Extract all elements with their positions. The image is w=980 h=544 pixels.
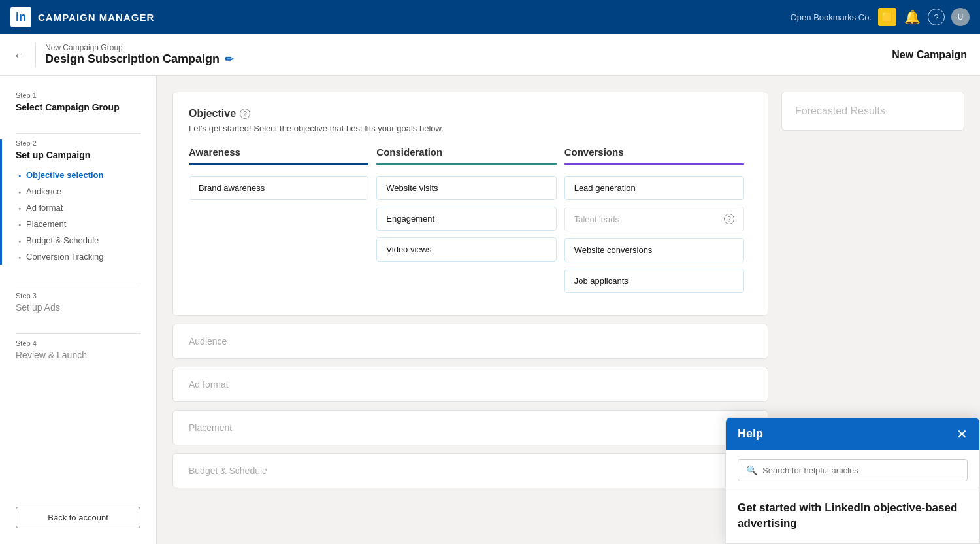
help-article-title: Get started with LinkedIn objective-base…	[738, 500, 968, 532]
consideration-header: Consideration	[376, 146, 556, 158]
sidebar-item-placement[interactable]: Placement	[18, 216, 140, 232]
help-title: Help	[738, 427, 763, 441]
website-visits-option[interactable]: Website visits	[376, 176, 556, 200]
forecasted-card: Forecasted Results	[781, 92, 964, 131]
lead-generation-option[interactable]: Lead generation	[564, 176, 744, 200]
notifications-icon[interactable]: 🔔	[903, 9, 921, 25]
consideration-column: Consideration Website visits Engagement …	[376, 146, 564, 299]
job-applicants-option[interactable]: Job applicants	[564, 269, 744, 293]
video-views-option[interactable]: Video views	[376, 237, 556, 262]
budget-schedule-title: Budget & Schedule	[189, 466, 752, 476]
linkedin-logo: in	[10, 7, 31, 27]
talent-leads-option: Talent leads ?	[564, 207, 744, 231]
step1-title: Select Campaign Group	[16, 102, 140, 112]
conversions-header: Conversions	[564, 146, 744, 158]
sidebar-step-1: Step 1 Select Campaign Group	[0, 92, 156, 112]
topnav-right: Open Bookmarks Co. 🟨 🔔 ? U	[791, 8, 970, 26]
placement-title: Placement	[189, 422, 752, 433]
objective-help-icon[interactable]: ?	[240, 109, 250, 119]
sidebar-step-4: Step 4 Review & Launch	[0, 339, 156, 360]
step4-title: Review & Launch	[16, 350, 140, 360]
awareness-header: Awareness	[189, 146, 368, 158]
new-campaign-label: New Campaign	[892, 49, 967, 61]
sidebar-item-conversion-tracking[interactable]: Conversion Tracking	[18, 248, 140, 265]
subheader: ← New Campaign Group Design Subscription…	[0, 34, 980, 76]
placement-section: Placement	[172, 410, 768, 445]
ad-format-section: Ad format	[172, 367, 768, 402]
brand-label: CAMPAIGN MANAGER	[38, 12, 154, 23]
consideration-bar	[376, 163, 556, 165]
awareness-column: Awareness Brand awareness	[189, 146, 376, 299]
conversions-column: Conversions Lead generation Talent leads…	[564, 146, 752, 299]
website-conversions-option[interactable]: Website conversions	[564, 238, 744, 262]
sidebar-divider-3	[16, 333, 140, 334]
sidebar-item-audience[interactable]: Audience	[18, 183, 140, 199]
objective-columns: Awareness Brand awareness Consideration …	[189, 146, 752, 299]
step4-label: Step 4	[16, 339, 140, 347]
user-avatar[interactable]: U	[951, 8, 970, 26]
edit-campaign-name-icon[interactable]: ✏	[225, 53, 233, 65]
subheader-title-group: New Campaign Group Design Subscription C…	[45, 43, 233, 66]
engagement-option[interactable]: Engagement	[376, 207, 556, 231]
awareness-bar	[189, 163, 368, 165]
objective-card: Objective ? Let's get started! Select th…	[172, 92, 768, 316]
help-popup: Help ✕ 🔍 Get started with LinkedIn objec…	[725, 417, 980, 544]
step1-label: Step 1	[16, 92, 140, 99]
step2-items: Objective selection Audience Ad format P…	[16, 167, 140, 265]
help-search-icon: 🔍	[746, 465, 757, 475]
objective-subtitle: Let's get started! Select the objective …	[189, 124, 752, 133]
active-bar	[0, 139, 2, 265]
ad-format-title: Ad format	[189, 379, 752, 390]
step2-label: Step 2	[16, 139, 140, 147]
sidebar-step-2: Step 2 Set up Campaign Objective selecti…	[0, 139, 156, 265]
top-navigation: in CAMPAIGN MANAGER Open Bookmarks Co. 🟨…	[0, 0, 980, 34]
account-badge[interactable]: 🟨	[878, 8, 896, 26]
campaign-name: Design Subscription Campaign ✏	[45, 52, 233, 66]
objective-card-title: Objective ?	[189, 108, 752, 120]
account-name: Open Bookmarks Co.	[791, 12, 872, 22]
budget-schedule-section: Budget & Schedule	[172, 453, 768, 488]
subheader-divider	[35, 43, 36, 67]
back-to-account-button[interactable]: Back to account	[16, 507, 140, 528]
step2-title: Set up Campaign	[16, 150, 140, 160]
help-close-button[interactable]: ✕	[956, 428, 968, 441]
forecasted-title: Forecasted Results	[795, 105, 951, 117]
topnav-left: in CAMPAIGN MANAGER	[10, 7, 154, 27]
sidebar-item-objective-selection[interactable]: Objective selection	[18, 167, 140, 183]
sidebar-item-ad-format[interactable]: Ad format	[18, 199, 140, 216]
sidebar-divider-1	[16, 133, 140, 134]
help-search-row: 🔍	[726, 450, 979, 488]
help-header: Help ✕	[726, 418, 979, 450]
audience-section: Audience	[172, 324, 768, 359]
main-content: Objective ? Let's get started! Select th…	[172, 92, 768, 528]
sidebar-item-budget-schedule[interactable]: Budget & Schedule	[18, 232, 140, 248]
step3-title: Set up Ads	[16, 302, 140, 313]
step3-label: Step 3	[16, 292, 140, 299]
conversions-bar	[564, 163, 744, 165]
help-search-box: 🔍	[738, 459, 968, 481]
sidebar-divider-2	[16, 286, 140, 286]
brand-awareness-option[interactable]: Brand awareness	[189, 176, 368, 200]
help-search-input[interactable]	[762, 466, 959, 475]
sidebar: Step 1 Select Campaign Group Step 2 Set …	[0, 76, 157, 544]
help-content: Get started with LinkedIn objective-base…	[726, 488, 979, 543]
help-icon[interactable]: ?	[928, 8, 945, 26]
subheader-left: ← New Campaign Group Design Subscription…	[13, 43, 233, 67]
back-button[interactable]: ←	[13, 48, 26, 61]
talent-leads-help-icon[interactable]: ?	[724, 214, 734, 224]
audience-title: Audience	[189, 336, 752, 347]
campaign-group-name: New Campaign Group	[45, 43, 233, 52]
sidebar-step-3: Step 3 Set up Ads	[0, 292, 156, 313]
